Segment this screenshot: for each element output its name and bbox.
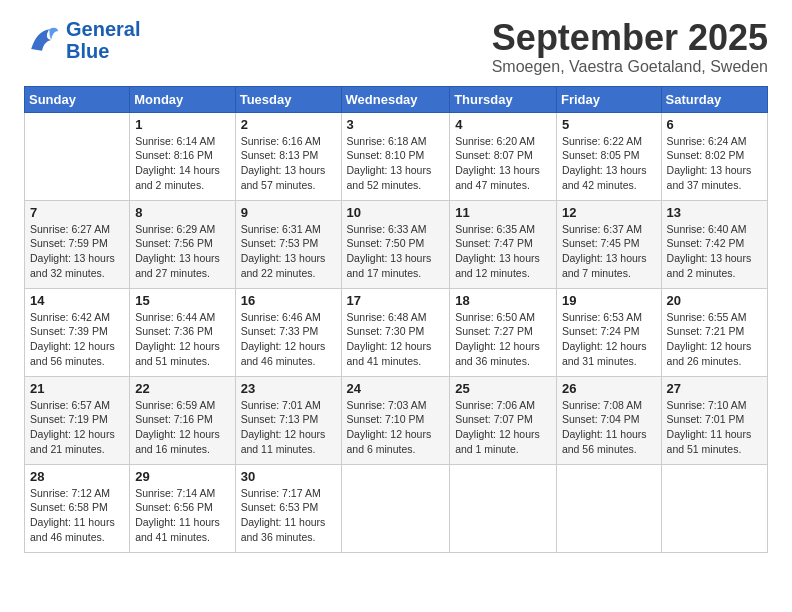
day-number: 26 bbox=[562, 381, 656, 396]
calendar-cell: 4Sunrise: 6:20 AMSunset: 8:07 PMDaylight… bbox=[450, 112, 557, 200]
day-info: Sunrise: 6:33 AMSunset: 7:50 PMDaylight:… bbox=[347, 222, 445, 281]
day-info: Sunrise: 7:12 AMSunset: 6:58 PMDaylight:… bbox=[30, 486, 124, 545]
day-info: Sunrise: 7:14 AMSunset: 6:56 PMDaylight:… bbox=[135, 486, 229, 545]
day-number: 23 bbox=[241, 381, 336, 396]
title-block: September 2025 Smoegen, Vaestra Goetalan… bbox=[492, 18, 768, 76]
day-info: Sunrise: 6:22 AMSunset: 8:05 PMDaylight:… bbox=[562, 134, 656, 193]
col-thursday: Thursday bbox=[450, 86, 557, 112]
day-number: 15 bbox=[135, 293, 229, 308]
col-friday: Friday bbox=[556, 86, 661, 112]
calendar-table: Sunday Monday Tuesday Wednesday Thursday… bbox=[24, 86, 768, 553]
col-monday: Monday bbox=[130, 86, 235, 112]
calendar-cell: 25Sunrise: 7:06 AMSunset: 7:07 PMDayligh… bbox=[450, 376, 557, 464]
day-number: 11 bbox=[455, 205, 551, 220]
day-number: 29 bbox=[135, 469, 229, 484]
day-info: Sunrise: 6:29 AMSunset: 7:56 PMDaylight:… bbox=[135, 222, 229, 281]
day-info: Sunrise: 6:50 AMSunset: 7:27 PMDaylight:… bbox=[455, 310, 551, 369]
day-info: Sunrise: 6:18 AMSunset: 8:10 PMDaylight:… bbox=[347, 134, 445, 193]
day-number: 22 bbox=[135, 381, 229, 396]
day-number: 19 bbox=[562, 293, 656, 308]
calendar-cell: 24Sunrise: 7:03 AMSunset: 7:10 PMDayligh… bbox=[341, 376, 450, 464]
day-info: Sunrise: 7:06 AMSunset: 7:07 PMDaylight:… bbox=[455, 398, 551, 457]
calendar-cell: 27Sunrise: 7:10 AMSunset: 7:01 PMDayligh… bbox=[661, 376, 767, 464]
logo-line1: General bbox=[66, 18, 140, 40]
page: General Blue September 2025 Smoegen, Vae… bbox=[0, 0, 792, 565]
calendar-cell: 9Sunrise: 6:31 AMSunset: 7:53 PMDaylight… bbox=[235, 200, 341, 288]
day-number: 30 bbox=[241, 469, 336, 484]
day-number: 10 bbox=[347, 205, 445, 220]
calendar-cell bbox=[450, 464, 557, 552]
location-subtitle: Smoegen, Vaestra Goetaland, Sweden bbox=[492, 58, 768, 76]
calendar-week-row: 14Sunrise: 6:42 AMSunset: 7:39 PMDayligh… bbox=[25, 288, 768, 376]
calendar-cell: 14Sunrise: 6:42 AMSunset: 7:39 PMDayligh… bbox=[25, 288, 130, 376]
calendar-week-row: 1Sunrise: 6:14 AMSunset: 8:16 PMDaylight… bbox=[25, 112, 768, 200]
day-info: Sunrise: 6:37 AMSunset: 7:45 PMDaylight:… bbox=[562, 222, 656, 281]
day-info: Sunrise: 6:27 AMSunset: 7:59 PMDaylight:… bbox=[30, 222, 124, 281]
day-number: 17 bbox=[347, 293, 445, 308]
calendar-cell: 20Sunrise: 6:55 AMSunset: 7:21 PMDayligh… bbox=[661, 288, 767, 376]
day-info: Sunrise: 6:57 AMSunset: 7:19 PMDaylight:… bbox=[30, 398, 124, 457]
col-saturday: Saturday bbox=[661, 86, 767, 112]
calendar-cell: 6Sunrise: 6:24 AMSunset: 8:02 PMDaylight… bbox=[661, 112, 767, 200]
day-number: 21 bbox=[30, 381, 124, 396]
calendar-cell: 15Sunrise: 6:44 AMSunset: 7:36 PMDayligh… bbox=[130, 288, 235, 376]
day-info: Sunrise: 6:59 AMSunset: 7:16 PMDaylight:… bbox=[135, 398, 229, 457]
day-number: 18 bbox=[455, 293, 551, 308]
day-info: Sunrise: 6:20 AMSunset: 8:07 PMDaylight:… bbox=[455, 134, 551, 193]
calendar-cell bbox=[556, 464, 661, 552]
day-info: Sunrise: 6:44 AMSunset: 7:36 PMDaylight:… bbox=[135, 310, 229, 369]
day-info: Sunrise: 6:14 AMSunset: 8:16 PMDaylight:… bbox=[135, 134, 229, 193]
col-sunday: Sunday bbox=[25, 86, 130, 112]
day-number: 25 bbox=[455, 381, 551, 396]
calendar-week-row: 28Sunrise: 7:12 AMSunset: 6:58 PMDayligh… bbox=[25, 464, 768, 552]
day-info: Sunrise: 7:10 AMSunset: 7:01 PMDaylight:… bbox=[667, 398, 762, 457]
logo: General Blue bbox=[24, 18, 140, 62]
col-wednesday: Wednesday bbox=[341, 86, 450, 112]
calendar-cell: 17Sunrise: 6:48 AMSunset: 7:30 PMDayligh… bbox=[341, 288, 450, 376]
day-info: Sunrise: 6:55 AMSunset: 7:21 PMDaylight:… bbox=[667, 310, 762, 369]
day-info: Sunrise: 6:24 AMSunset: 8:02 PMDaylight:… bbox=[667, 134, 762, 193]
logo-icon bbox=[24, 22, 60, 58]
calendar-cell: 13Sunrise: 6:40 AMSunset: 7:42 PMDayligh… bbox=[661, 200, 767, 288]
logo-text: General Blue bbox=[66, 18, 140, 62]
day-info: Sunrise: 7:17 AMSunset: 6:53 PMDaylight:… bbox=[241, 486, 336, 545]
calendar-week-row: 7Sunrise: 6:27 AMSunset: 7:59 PMDaylight… bbox=[25, 200, 768, 288]
day-number: 2 bbox=[241, 117, 336, 132]
day-info: Sunrise: 7:01 AMSunset: 7:13 PMDaylight:… bbox=[241, 398, 336, 457]
logo-line2: Blue bbox=[66, 40, 109, 62]
day-number: 20 bbox=[667, 293, 762, 308]
day-number: 16 bbox=[241, 293, 336, 308]
calendar-cell: 16Sunrise: 6:46 AMSunset: 7:33 PMDayligh… bbox=[235, 288, 341, 376]
calendar-cell: 5Sunrise: 6:22 AMSunset: 8:05 PMDaylight… bbox=[556, 112, 661, 200]
day-info: Sunrise: 7:08 AMSunset: 7:04 PMDaylight:… bbox=[562, 398, 656, 457]
calendar-cell: 3Sunrise: 6:18 AMSunset: 8:10 PMDaylight… bbox=[341, 112, 450, 200]
calendar-cell: 21Sunrise: 6:57 AMSunset: 7:19 PMDayligh… bbox=[25, 376, 130, 464]
calendar-cell: 28Sunrise: 7:12 AMSunset: 6:58 PMDayligh… bbox=[25, 464, 130, 552]
day-info: Sunrise: 6:48 AMSunset: 7:30 PMDaylight:… bbox=[347, 310, 445, 369]
calendar-cell: 7Sunrise: 6:27 AMSunset: 7:59 PMDaylight… bbox=[25, 200, 130, 288]
header: General Blue September 2025 Smoegen, Vae… bbox=[24, 18, 768, 76]
day-info: Sunrise: 6:46 AMSunset: 7:33 PMDaylight:… bbox=[241, 310, 336, 369]
calendar-cell bbox=[341, 464, 450, 552]
calendar-cell: 29Sunrise: 7:14 AMSunset: 6:56 PMDayligh… bbox=[130, 464, 235, 552]
calendar-cell: 12Sunrise: 6:37 AMSunset: 7:45 PMDayligh… bbox=[556, 200, 661, 288]
day-info: Sunrise: 6:42 AMSunset: 7:39 PMDaylight:… bbox=[30, 310, 124, 369]
calendar-cell: 1Sunrise: 6:14 AMSunset: 8:16 PMDaylight… bbox=[130, 112, 235, 200]
calendar-cell: 2Sunrise: 6:16 AMSunset: 8:13 PMDaylight… bbox=[235, 112, 341, 200]
calendar-cell: 23Sunrise: 7:01 AMSunset: 7:13 PMDayligh… bbox=[235, 376, 341, 464]
calendar-body: 1Sunrise: 6:14 AMSunset: 8:16 PMDaylight… bbox=[25, 112, 768, 552]
calendar-cell bbox=[661, 464, 767, 552]
day-number: 27 bbox=[667, 381, 762, 396]
calendar-header-row: Sunday Monday Tuesday Wednesday Thursday… bbox=[25, 86, 768, 112]
day-number: 24 bbox=[347, 381, 445, 396]
calendar-cell: 11Sunrise: 6:35 AMSunset: 7:47 PMDayligh… bbox=[450, 200, 557, 288]
day-number: 13 bbox=[667, 205, 762, 220]
day-number: 14 bbox=[30, 293, 124, 308]
calendar-cell bbox=[25, 112, 130, 200]
calendar-cell: 19Sunrise: 6:53 AMSunset: 7:24 PMDayligh… bbox=[556, 288, 661, 376]
calendar-cell: 10Sunrise: 6:33 AMSunset: 7:50 PMDayligh… bbox=[341, 200, 450, 288]
day-number: 6 bbox=[667, 117, 762, 132]
calendar-cell: 18Sunrise: 6:50 AMSunset: 7:27 PMDayligh… bbox=[450, 288, 557, 376]
day-info: Sunrise: 6:31 AMSunset: 7:53 PMDaylight:… bbox=[241, 222, 336, 281]
day-info: Sunrise: 7:03 AMSunset: 7:10 PMDaylight:… bbox=[347, 398, 445, 457]
